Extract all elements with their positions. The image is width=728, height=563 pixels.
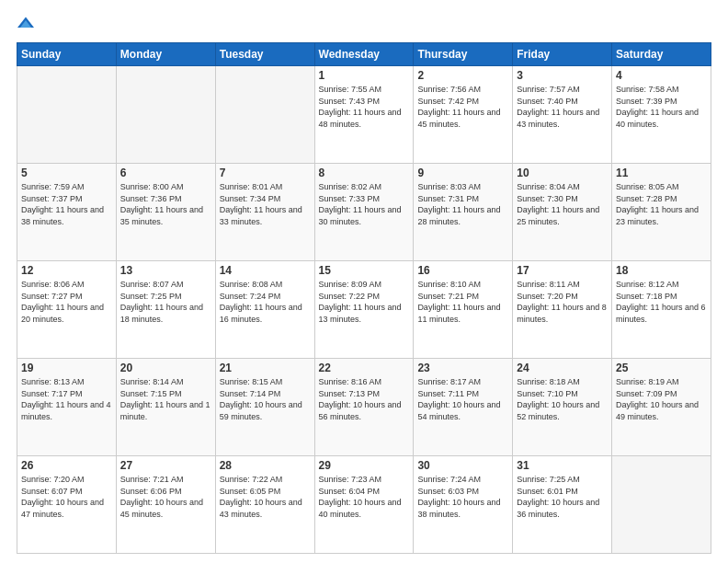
day-info: Sunrise: 7:23 AMSunset: 6:04 PMDaylight:… <box>319 474 410 520</box>
calendar-week-2: 5Sunrise: 7:59 AMSunset: 7:37 PMDaylight… <box>17 164 711 261</box>
calendar-cell: 5Sunrise: 7:59 AMSunset: 7:37 PMDaylight… <box>17 164 117 261</box>
calendar-cell: 17Sunrise: 8:11 AMSunset: 7:20 PMDayligh… <box>513 261 612 359</box>
day-number: 5 <box>21 167 112 179</box>
day-info: Sunrise: 8:00 AMSunset: 7:36 PMDaylight:… <box>120 181 211 227</box>
day-number: 23 <box>417 362 508 374</box>
day-info: Sunrise: 8:02 AMSunset: 7:33 PMDaylight:… <box>319 181 410 227</box>
day-info: Sunrise: 7:58 AMSunset: 7:39 PMDaylight:… <box>616 84 707 130</box>
day-number: 12 <box>21 264 112 277</box>
day-info: Sunrise: 7:22 AMSunset: 6:05 PMDaylight:… <box>220 474 311 520</box>
calendar: SundayMondayTuesdayWednesdayThursdayFrid… <box>17 42 711 554</box>
calendar-cell: 1Sunrise: 7:55 AMSunset: 7:43 PMDaylight… <box>314 66 414 164</box>
calendar-cell: 24Sunrise: 8:18 AMSunset: 7:10 PMDayligh… <box>513 359 612 456</box>
day-number: 21 <box>220 362 311 374</box>
day-info: Sunrise: 8:08 AMSunset: 7:24 PMDaylight:… <box>220 279 311 325</box>
day-info: Sunrise: 8:11 AMSunset: 7:20 PMDaylight:… <box>517 279 608 325</box>
calendar-cell: 29Sunrise: 7:23 AMSunset: 6:04 PMDayligh… <box>314 456 414 554</box>
day-info: Sunrise: 8:16 AMSunset: 7:13 PMDaylight:… <box>319 376 410 422</box>
day-info: Sunrise: 8:17 AMSunset: 7:11 PMDaylight:… <box>417 376 508 422</box>
calendar-cell: 20Sunrise: 8:14 AMSunset: 7:15 PMDayligh… <box>116 359 215 456</box>
calendar-cell: 10Sunrise: 8:04 AMSunset: 7:30 PMDayligh… <box>513 164 612 261</box>
calendar-week-3: 12Sunrise: 8:06 AMSunset: 7:27 PMDayligh… <box>17 261 711 359</box>
weekday-header-monday: Monday <box>116 43 215 66</box>
day-number: 3 <box>517 69 608 82</box>
day-number: 26 <box>21 459 112 472</box>
day-info: Sunrise: 7:57 AMSunset: 7:40 PMDaylight:… <box>517 84 608 130</box>
day-number: 27 <box>120 459 211 472</box>
calendar-cell: 6Sunrise: 8:00 AMSunset: 7:36 PMDaylight… <box>116 164 215 261</box>
calendar-cell: 12Sunrise: 8:06 AMSunset: 7:27 PMDayligh… <box>17 261 117 359</box>
day-info: Sunrise: 7:56 AMSunset: 7:42 PMDaylight:… <box>417 84 508 130</box>
day-number: 17 <box>517 264 608 277</box>
calendar-week-5: 26Sunrise: 7:20 AMSunset: 6:07 PMDayligh… <box>17 456 711 554</box>
calendar-cell: 18Sunrise: 8:12 AMSunset: 7:18 PMDayligh… <box>612 261 711 359</box>
calendar-week-4: 19Sunrise: 8:13 AMSunset: 7:17 PMDayligh… <box>17 359 711 456</box>
calendar-cell: 26Sunrise: 7:20 AMSunset: 6:07 PMDayligh… <box>17 456 117 554</box>
calendar-cell <box>116 66 215 164</box>
weekday-header-thursday: Thursday <box>414 43 513 66</box>
weekday-header-wednesday: Wednesday <box>314 43 414 66</box>
day-number: 9 <box>417 167 508 179</box>
calendar-cell: 8Sunrise: 8:02 AMSunset: 7:33 PMDaylight… <box>314 164 414 261</box>
calendar-cell: 11Sunrise: 8:05 AMSunset: 7:28 PMDayligh… <box>612 164 711 261</box>
day-info: Sunrise: 8:05 AMSunset: 7:28 PMDaylight:… <box>616 181 707 227</box>
page: SundayMondayTuesdayWednesdayThursdayFrid… <box>0 0 728 563</box>
calendar-cell: 4Sunrise: 7:58 AMSunset: 7:39 PMDaylight… <box>612 66 711 164</box>
header <box>17 15 711 33</box>
weekday-header-saturday: Saturday <box>612 43 711 66</box>
day-number: 13 <box>120 264 211 277</box>
day-number: 14 <box>220 264 311 277</box>
calendar-cell: 2Sunrise: 7:56 AMSunset: 7:42 PMDaylight… <box>414 66 513 164</box>
day-number: 8 <box>319 167 410 179</box>
day-info: Sunrise: 8:13 AMSunset: 7:17 PMDaylight:… <box>21 376 112 422</box>
calendar-cell: 13Sunrise: 8:07 AMSunset: 7:25 PMDayligh… <box>116 261 215 359</box>
calendar-cell: 22Sunrise: 8:16 AMSunset: 7:13 PMDayligh… <box>314 359 414 456</box>
day-number: 6 <box>120 167 211 179</box>
calendar-cell: 7Sunrise: 8:01 AMSunset: 7:34 PMDaylight… <box>215 164 314 261</box>
calendar-cell: 27Sunrise: 7:21 AMSunset: 6:06 PMDayligh… <box>116 456 215 554</box>
day-number: 16 <box>417 264 508 277</box>
day-info: Sunrise: 7:59 AMSunset: 7:37 PMDaylight:… <box>21 181 112 227</box>
day-number: 2 <box>417 69 508 82</box>
day-number: 1 <box>319 69 410 82</box>
calendar-cell: 28Sunrise: 7:22 AMSunset: 6:05 PMDayligh… <box>215 456 314 554</box>
calendar-cell: 31Sunrise: 7:25 AMSunset: 6:01 PMDayligh… <box>513 456 612 554</box>
day-info: Sunrise: 8:07 AMSunset: 7:25 PMDaylight:… <box>120 279 211 325</box>
day-number: 31 <box>517 459 608 472</box>
day-number: 20 <box>120 362 211 374</box>
calendar-cell: 23Sunrise: 8:17 AMSunset: 7:11 PMDayligh… <box>414 359 513 456</box>
day-number: 18 <box>616 264 707 277</box>
calendar-cell: 16Sunrise: 8:10 AMSunset: 7:21 PMDayligh… <box>414 261 513 359</box>
weekday-header-tuesday: Tuesday <box>215 43 314 66</box>
day-number: 15 <box>319 264 410 277</box>
logo-icon <box>17 15 35 33</box>
logo <box>17 15 39 33</box>
day-number: 7 <box>220 167 311 179</box>
day-info: Sunrise: 8:15 AMSunset: 7:14 PMDaylight:… <box>220 376 311 422</box>
day-info: Sunrise: 7:55 AMSunset: 7:43 PMDaylight:… <box>319 84 410 130</box>
calendar-cell: 25Sunrise: 8:19 AMSunset: 7:09 PMDayligh… <box>612 359 711 456</box>
calendar-cell: 19Sunrise: 8:13 AMSunset: 7:17 PMDayligh… <box>17 359 117 456</box>
day-number: 24 <box>517 362 608 374</box>
day-number: 4 <box>616 69 707 82</box>
calendar-cell: 14Sunrise: 8:08 AMSunset: 7:24 PMDayligh… <box>215 261 314 359</box>
calendar-cell: 30Sunrise: 7:24 AMSunset: 6:03 PMDayligh… <box>414 456 513 554</box>
day-number: 19 <box>21 362 112 374</box>
calendar-cell <box>215 66 314 164</box>
day-info: Sunrise: 8:14 AMSunset: 7:15 PMDaylight:… <box>120 376 211 422</box>
day-info: Sunrise: 7:24 AMSunset: 6:03 PMDaylight:… <box>417 474 508 520</box>
day-info: Sunrise: 8:09 AMSunset: 7:22 PMDaylight:… <box>319 279 410 325</box>
day-number: 22 <box>319 362 410 374</box>
weekday-header-friday: Friday <box>513 43 612 66</box>
calendar-week-1: 1Sunrise: 7:55 AMSunset: 7:43 PMDaylight… <box>17 66 711 164</box>
calendar-cell: 9Sunrise: 8:03 AMSunset: 7:31 PMDaylight… <box>414 164 513 261</box>
day-number: 29 <box>319 459 410 472</box>
calendar-cell: 15Sunrise: 8:09 AMSunset: 7:22 PMDayligh… <box>314 261 414 359</box>
day-info: Sunrise: 8:06 AMSunset: 7:27 PMDaylight:… <box>21 279 112 325</box>
day-number: 30 <box>417 459 508 472</box>
calendar-cell <box>17 66 117 164</box>
day-info: Sunrise: 8:12 AMSunset: 7:18 PMDaylight:… <box>616 279 707 325</box>
day-info: Sunrise: 8:18 AMSunset: 7:10 PMDaylight:… <box>517 376 608 422</box>
day-info: Sunrise: 8:04 AMSunset: 7:30 PMDaylight:… <box>517 181 608 227</box>
day-info: Sunrise: 7:25 AMSunset: 6:01 PMDaylight:… <box>517 474 608 520</box>
